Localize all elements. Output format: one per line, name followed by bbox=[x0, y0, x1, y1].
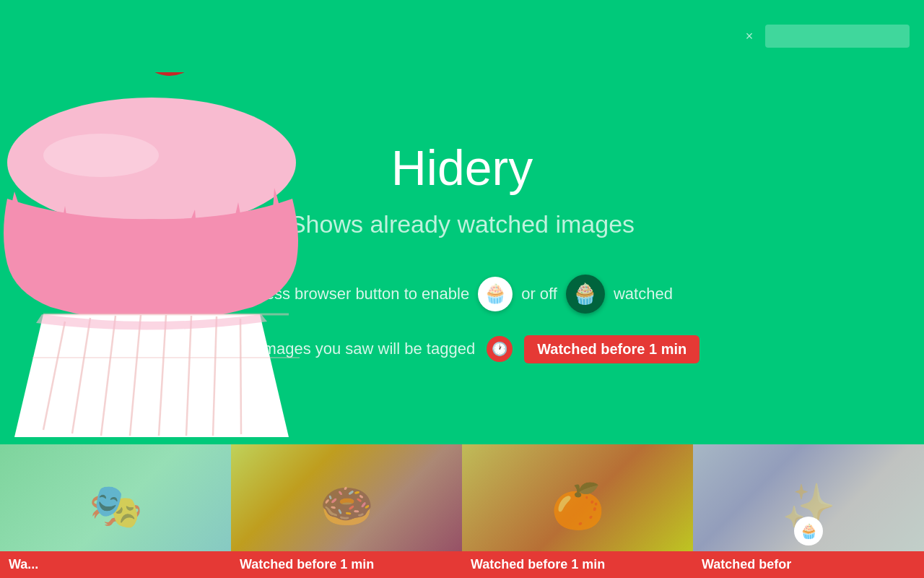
browser-controls: × bbox=[739, 25, 910, 48]
grid-image-3: 🍊 Watched before 1 min bbox=[462, 444, 693, 578]
bottom-cupcake-icon: 🧁 bbox=[794, 517, 823, 545]
watched-badge: Watched before 1 min bbox=[524, 335, 699, 363]
image-decoration-1: 🎭 bbox=[89, 480, 143, 532]
grid-image-1: 🎭 Wa... bbox=[0, 444, 231, 578]
address-bar[interactable] bbox=[765, 25, 910, 48]
cupcake-dark-icon: 🧁 bbox=[566, 275, 605, 314]
watched-label-4: Watched befor bbox=[693, 551, 924, 578]
image-decoration-2: 🍩 bbox=[320, 480, 374, 532]
app-title: Hidery bbox=[391, 139, 533, 196]
watched-label-1: Wa... bbox=[0, 551, 231, 578]
image-grid: 🎭 Wa... 🍩 Watched before 1 min 🍊 Watched… bbox=[0, 444, 924, 578]
watched-label-3: Watched before 1 min bbox=[462, 551, 693, 578]
or-off-text: or off bbox=[521, 285, 557, 303]
grid-image-4: ✨ 🧁 Watched befor bbox=[693, 444, 924, 578]
cupcake-light-icon: 🧁 bbox=[478, 277, 513, 311]
image-decoration-3: 🍊 bbox=[551, 480, 605, 532]
watched-text: watched bbox=[614, 285, 673, 303]
watched-label-2: Watched before 1 min bbox=[231, 551, 462, 578]
close-button[interactable]: × bbox=[739, 26, 759, 46]
clock-icon: 🕐 bbox=[487, 336, 513, 362]
svg-point-4 bbox=[43, 134, 159, 177]
grid-image-2: 🍩 Watched before 1 min bbox=[231, 444, 462, 578]
browser-bar: × bbox=[0, 0, 924, 72]
